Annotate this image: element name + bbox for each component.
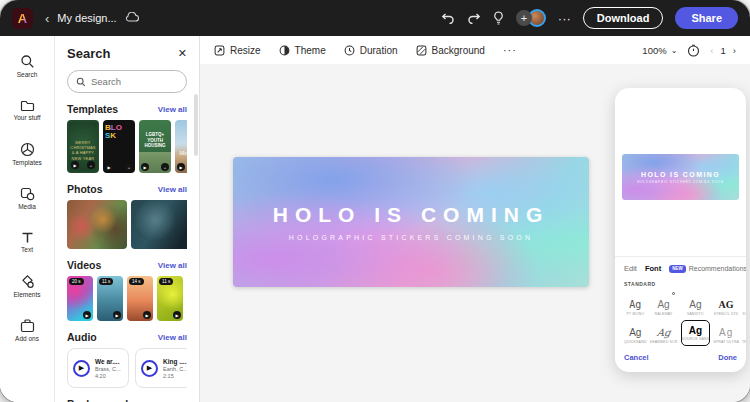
media-icon bbox=[20, 187, 35, 201]
standard-section-label: STANDARD bbox=[624, 281, 737, 287]
template-thumbnail[interactable]: LGBTQ+ YOUTH HOUSING ▶ + bbox=[139, 120, 171, 173]
tab-recommendations[interactable]: Recommendations bbox=[689, 265, 746, 272]
font-option[interactable]: AGSTENCIL STD bbox=[713, 292, 739, 316]
page-navigation: ‹ 1 › bbox=[710, 45, 736, 56]
search-icon bbox=[20, 54, 35, 69]
section-title-videos: Videos bbox=[67, 259, 101, 271]
back-chevron-icon[interactable]: ‹ bbox=[45, 11, 49, 26]
video-thumbnail[interactable]: 20 s ▶ bbox=[67, 276, 93, 321]
video-thumbnail[interactable]: 11 s ▶ bbox=[97, 276, 123, 321]
sidebar-item-text[interactable]: Text bbox=[3, 220, 51, 264]
section-title-backgrounds: Backgrounds bbox=[67, 398, 134, 402]
canvas-toolbar: Resize Theme Duration Background ··· 100… bbox=[200, 36, 750, 64]
play-button-icon[interactable]: ▶ bbox=[141, 360, 158, 377]
duration-button[interactable]: Duration bbox=[344, 45, 398, 56]
search-input[interactable] bbox=[91, 76, 181, 87]
sidebar-item-search[interactable]: Search bbox=[3, 44, 51, 88]
panel-scrollbar[interactable] bbox=[194, 94, 198, 156]
photo-thumbnail[interactable] bbox=[131, 200, 187, 249]
sidebar-item-media[interactable]: Media bbox=[3, 176, 51, 220]
section-title-audio: Audio bbox=[67, 331, 97, 343]
collaborators[interactable]: + bbox=[516, 9, 546, 27]
play-icon: ▶ bbox=[71, 161, 79, 169]
download-button[interactable]: Download bbox=[583, 7, 664, 29]
play-icon: ▶ bbox=[177, 163, 185, 171]
tab-edit[interactable]: Edit bbox=[624, 264, 637, 273]
font-option[interactable]: AgSEAWEED SCR bbox=[650, 320, 678, 344]
view-all-audio-link[interactable]: View all bbox=[158, 333, 187, 342]
mini-banner[interactable]: HOLO IS COMING HOLOGRAPHIC STICKERS COMI… bbox=[622, 154, 739, 200]
elements-icon bbox=[20, 274, 35, 289]
add-collaborator-icon[interactable]: + bbox=[516, 10, 532, 26]
duration-badge: 11 s bbox=[159, 278, 173, 285]
premium-dot-icon bbox=[672, 292, 675, 295]
font-option-selected[interactable]: AgSOURCE SANS bbox=[681, 320, 711, 346]
folder-icon bbox=[20, 99, 35, 112]
lightbulb-icon[interactable] bbox=[493, 11, 504, 25]
zoom-select[interactable]: 100% ⌄ bbox=[642, 45, 677, 56]
video-thumbnail[interactable]: 14 s ▶ bbox=[127, 276, 153, 321]
play-icon: ▶ bbox=[141, 163, 149, 171]
template-thumbnail[interactable]: MERRY CHRISTMAS & A HAPPY NEW YEAR ▶ + bbox=[67, 120, 99, 173]
sidebar-item-elements[interactable]: Elements bbox=[3, 264, 51, 308]
audio-card[interactable]: ▶ King .... Earth, C... 2:15 bbox=[135, 348, 187, 388]
view-all-templates-link[interactable]: View all bbox=[158, 105, 187, 114]
background-button[interactable]: Background bbox=[416, 45, 485, 56]
search-icon bbox=[76, 77, 86, 87]
section-title-templates: Templates bbox=[67, 103, 118, 115]
font-option[interactable]: AjSTORYBOOK bbox=[742, 292, 746, 316]
audio-card[interactable]: ▶ We ar.... Brass, C... 4:20 bbox=[67, 348, 129, 388]
page-number: 1 bbox=[721, 45, 726, 56]
font-option[interactable]: AgSPRAT ULTRA bbox=[713, 320, 739, 344]
undo-icon[interactable] bbox=[441, 12, 455, 24]
font-option[interactable]: AGTRUE NORTH bbox=[742, 320, 746, 344]
tab-font[interactable]: Font bbox=[645, 264, 661, 273]
toolbar-more-icon[interactable]: ··· bbox=[503, 44, 517, 56]
timer-icon[interactable] bbox=[687, 44, 700, 57]
templates-icon bbox=[20, 142, 35, 157]
sidebar-item-your-stuff[interactable]: Your stuff bbox=[3, 88, 51, 132]
photo-thumbnail[interactable] bbox=[67, 200, 127, 249]
close-icon[interactable]: ✕ bbox=[178, 47, 187, 60]
document-title[interactable]: My design... bbox=[57, 12, 116, 24]
resize-button[interactable]: Resize bbox=[214, 45, 261, 56]
share-button[interactable]: Share bbox=[675, 7, 738, 29]
cancel-button[interactable]: Cancel bbox=[624, 353, 649, 362]
templates-row: MERRY CHRISTMAS & A HAPPY NEW YEAR ▶ + B… bbox=[67, 120, 187, 173]
play-icon: ▶ bbox=[83, 311, 91, 319]
banner-subtitle[interactable]: HOLOGRAPHIC STICKERS COMING SOON bbox=[289, 234, 533, 241]
font-option[interactable]: AgSANVITO bbox=[681, 292, 711, 316]
view-all-videos-link[interactable]: View all bbox=[158, 261, 187, 270]
done-button[interactable]: Done bbox=[718, 353, 737, 362]
background-icon bbox=[416, 45, 427, 56]
sidebar-item-templates[interactable]: Templates bbox=[3, 132, 51, 176]
play-icon: ▶ bbox=[173, 311, 181, 319]
video-thumbnail[interactable]: 11 s ▶ bbox=[157, 276, 183, 321]
search-input-wrap[interactable] bbox=[67, 70, 187, 93]
top-bar: A ‹ My design... + ··· Download Share bbox=[0, 0, 750, 36]
view-all-photos-link[interactable]: View all bbox=[158, 185, 187, 194]
left-nav-rail: Search Your stuff Templates Media Text E… bbox=[0, 36, 55, 402]
clock-icon bbox=[344, 45, 355, 56]
font-option[interactable]: AgQUICKSAND bbox=[624, 320, 647, 344]
add-ons-icon bbox=[20, 319, 35, 333]
page-prev-icon[interactable]: ‹ bbox=[710, 45, 713, 56]
audio-row: ▶ We ar.... Brass, C... 4:20 ▶ King ....… bbox=[67, 348, 187, 388]
duration-badge: 11 s bbox=[99, 278, 113, 285]
font-option[interactable]: AgRALEWAY bbox=[650, 292, 678, 316]
duration-badge: 14 s bbox=[129, 278, 144, 285]
adobe-express-logo-icon[interactable]: A bbox=[12, 8, 33, 29]
design-canvas-banner[interactable]: HOLO IS COMING HOLOGRAPHIC STICKERS COMI… bbox=[233, 157, 589, 287]
banner-title[interactable]: HOLO IS COMING bbox=[273, 203, 550, 227]
page-next-icon[interactable]: › bbox=[733, 45, 736, 56]
font-option[interactable]: AgPT MONO bbox=[624, 292, 647, 316]
template-thumbnail[interactable]: BLOSK ▶ + bbox=[103, 120, 135, 173]
theme-button[interactable]: Theme bbox=[279, 45, 326, 56]
play-button-icon[interactable]: ▶ bbox=[73, 360, 90, 377]
more-options-icon[interactable]: ··· bbox=[558, 12, 571, 25]
sidebar-item-add-ons[interactable]: Add ons bbox=[3, 308, 51, 352]
template-thumbnail[interactable]: Memorial ▶ + bbox=[175, 120, 187, 173]
redo-icon[interactable] bbox=[467, 12, 481, 24]
new-badge: NEW bbox=[669, 265, 686, 273]
play-icon: ▶ bbox=[105, 163, 113, 171]
